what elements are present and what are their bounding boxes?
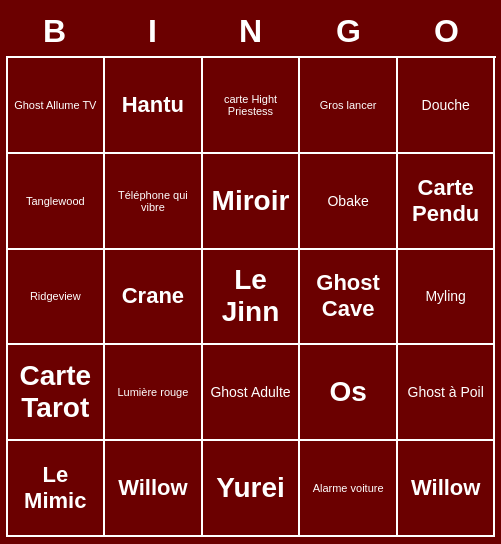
bingo-card: BINGO Ghost Allume TVHantucarte Hight Pr… [6, 7, 496, 537]
bingo-cell-20: Le Mimic [8, 441, 106, 537]
bingo-cell-4: Douche [398, 58, 496, 154]
header-letter-n: N [202, 7, 300, 56]
bingo-cell-6: Téléphone qui vibre [105, 154, 203, 250]
bingo-cell-2: carte Hight Priestess [203, 58, 301, 154]
bingo-cell-16: Lumière rouge [105, 345, 203, 441]
bingo-cell-21: Willow [105, 441, 203, 537]
bingo-cell-13: Ghost Cave [300, 250, 398, 346]
bingo-cell-24: Willow [398, 441, 496, 537]
bingo-cell-19: Ghost à Poil [398, 345, 496, 441]
bingo-cell-22: Yurei [203, 441, 301, 537]
bingo-cell-23: Alarme voiture [300, 441, 398, 537]
bingo-cell-9: Carte Pendu [398, 154, 496, 250]
header-letter-g: G [300, 7, 398, 56]
bingo-cell-15: Carte Tarot [8, 345, 106, 441]
bingo-cell-7: Miroir [203, 154, 301, 250]
bingo-cell-10: Ridgeview [8, 250, 106, 346]
bingo-grid: Ghost Allume TVHantucarte Hight Priestes… [6, 56, 496, 537]
bingo-header: BINGO [6, 7, 496, 56]
bingo-cell-8: Obake [300, 154, 398, 250]
bingo-cell-0: Ghost Allume TV [8, 58, 106, 154]
bingo-cell-14: Myling [398, 250, 496, 346]
bingo-cell-17: Ghost Adulte [203, 345, 301, 441]
bingo-cell-3: Gros lancer [300, 58, 398, 154]
bingo-cell-12: Le Jinn [203, 250, 301, 346]
bingo-cell-11: Crane [105, 250, 203, 346]
header-letter-b: B [6, 7, 104, 56]
header-letter-i: I [104, 7, 202, 56]
header-letter-o: O [398, 7, 496, 56]
bingo-cell-18: Os [300, 345, 398, 441]
bingo-cell-5: Tanglewood [8, 154, 106, 250]
bingo-cell-1: Hantu [105, 58, 203, 154]
